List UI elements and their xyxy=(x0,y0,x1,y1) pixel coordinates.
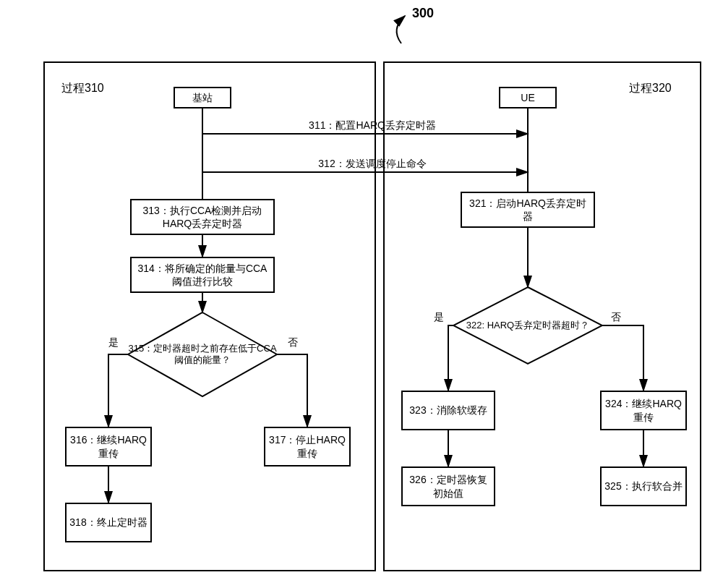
box-324: 324：继续HARQ重传 xyxy=(600,391,687,430)
box-314: 314：将所确定的能量与CCA阈值进行比较 xyxy=(130,257,275,293)
no-322: 否 xyxy=(611,311,621,324)
box-326: 326：定时器恢复初始值 xyxy=(401,466,495,506)
left-panel-label: 过程310 xyxy=(61,81,104,96)
ue-box: UE xyxy=(499,87,557,108)
box-321: 321：启动HARQ丢弃定时器 xyxy=(461,192,595,228)
box-323: 323：消除软缓存 xyxy=(401,391,495,430)
flowchart-diagram: 300 过程310 过程320 基站 UE 311：配置HARQ丢弃定时器 31… xyxy=(0,0,723,588)
msg-312-label: 312：发送调度停止命令 xyxy=(253,158,492,171)
decision-322: 322: HARQ丢弃定时器超时？ xyxy=(452,286,604,365)
yes-315: 是 xyxy=(108,336,119,349)
msg-311-label: 311：配置HARQ丢弃定时器 xyxy=(253,119,492,132)
no-315: 否 xyxy=(288,336,298,349)
box-318: 318：终止定时器 xyxy=(65,503,152,542)
diagram-number: 300 xyxy=(412,6,434,21)
decision-315-label: 315：定时器超时之前存在低于CCA阈值的能量？ xyxy=(127,343,278,367)
box-325: 325：执行软合并 xyxy=(600,466,687,506)
right-panel-label: 过程320 xyxy=(629,81,672,96)
box-317: 317：停止HARQ重传 xyxy=(264,427,351,466)
yes-322: 是 xyxy=(434,311,444,324)
decision-315: 315：定时器超时之前存在低于CCA阈值的能量？ xyxy=(127,311,278,398)
box-316: 316：继续HARQ重传 xyxy=(65,427,152,466)
decision-322-label: 322: HARQ丢弃定时器超时？ xyxy=(452,320,604,331)
base-station-box: 基站 xyxy=(174,87,231,108)
box-313: 313：执行CCA检测并启动HARQ丢弃定时器 xyxy=(130,199,275,235)
